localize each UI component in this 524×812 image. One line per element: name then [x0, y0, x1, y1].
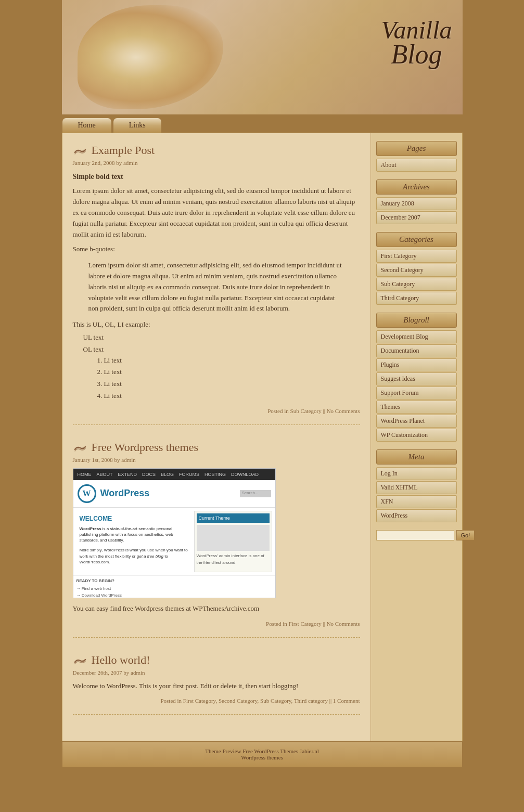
list-item: Li text	[104, 379, 360, 390]
main-wrapper: Example Post January 2nd, 2008 by admin …	[62, 133, 463, 741]
wp-nav-extend: EXTEND	[118, 471, 137, 478]
site-header: Vanilla Blog	[62, 0, 463, 114]
wp-welcome-title: WELCOME	[80, 514, 189, 524]
wp-nav-blog: BLOG	[161, 471, 174, 478]
list-item: Li text	[104, 367, 360, 378]
sidebar-item-plugins[interactable]: Plugins	[376, 358, 457, 371]
wp-link-1: READY TO BEGIN? → Find a web host → Down…	[76, 578, 122, 598]
header-decoration	[78, 5, 223, 109]
post-title-text: Example Post	[92, 144, 155, 157]
site-name-blog: Blog	[381, 39, 452, 70]
post-body-hw: Welcome to WordPress. This is your first…	[73, 681, 360, 692]
post-footer-example: Posted in Sub Category || No Comments	[73, 408, 360, 414]
ol-list: Li text Li text Li text Li text	[104, 355, 360, 402]
post-hello-world: Hello world! December 26th, 2007 by admi…	[73, 653, 360, 715]
wp-link-item: → Find a web host	[76, 586, 122, 592]
sidebar-meta-title: Meta	[376, 449, 457, 465]
wp-nav-about: ABOUT	[97, 471, 113, 478]
nav-links[interactable]: Links	[113, 118, 162, 133]
post-title-text-3: Hello world!	[92, 653, 150, 667]
sidebar-categories-title: Categories	[376, 232, 457, 247]
wp-nav-download: DOWNLOAD	[231, 471, 259, 478]
list-item: Li text	[104, 355, 360, 366]
ol-item-container: OL text Li text Li text Li text Li text	[83, 344, 360, 402]
wp-links: READY TO BEGIN? → Find a web host → Down…	[76, 578, 272, 598]
wp-logo-area: W WordPress Search...	[73, 480, 275, 508]
sidebar-item-second-category[interactable]: Second Category	[376, 264, 457, 277]
site-title: Vanilla Blog	[381, 16, 452, 70]
ul-list: UL text OL text Li text Li text Li text …	[83, 332, 360, 402]
wp-nav-hosting: HOSTING	[205, 471, 226, 478]
sidebar-categories-section: Categories First Category Second Categor…	[376, 232, 457, 305]
sidebar-item-login[interactable]: Log In	[376, 467, 457, 480]
post-icon-3	[73, 656, 87, 664]
post-title-text-2: Free Wordpress themes	[92, 441, 199, 454]
sidebar-item-valid-xhtml[interactable]: Valid XHTML	[376, 481, 457, 494]
wp-themes-area: Current Theme WordPress' admin interface…	[194, 511, 272, 572]
post-bold-label: Simple bold text	[73, 171, 360, 183]
sidebar-item-suggest-ideas[interactable]: Suggest Ideas	[376, 372, 457, 385]
sidebar: Pages About Archives January 2008 Decemb…	[371, 133, 462, 741]
post-footer-text-hw: Posted in First Category, Second Categor…	[160, 698, 360, 704]
sidebar-blogroll-section: Blogroll Development Blog Documentation …	[376, 313, 457, 442]
post-meta-hw: December 26th, 2007 by admin	[73, 669, 360, 676]
post-icon-2	[73, 443, 87, 452]
sidebar-item-wp-planet[interactable]: WordPress Planet	[376, 415, 457, 428]
wp-content-split: WELCOME WordPress is a state-of-the-art …	[73, 508, 275, 575]
main-nav: Home Links	[62, 114, 463, 133]
sidebar-pages-title: Pages	[376, 141, 457, 156]
sidebar-archives-section: Archives January 2008 December 2007	[376, 179, 457, 224]
sidebar-item-about[interactable]: About	[376, 159, 457, 172]
list-item: Li text	[104, 391, 360, 402]
sidebar-archives-title: Archives	[376, 179, 457, 195]
wp-nav-bar: HOME ABOUT EXTEND DOCS BLOG FORUMS HOSTI…	[73, 469, 275, 480]
wp-theme-preview	[197, 525, 270, 551]
post-wordpress-themes: Free Wordpress themes January 1st, 2008 …	[73, 441, 360, 638]
post-title-example: Example Post	[73, 144, 360, 157]
sidebar-item-support-forum[interactable]: Support Forum	[376, 386, 457, 399]
post-body-text-hw: Welcome to WordPress. This is your first…	[73, 681, 360, 692]
main-content: Example Post January 2nd, 2008 by admin …	[62, 133, 371, 741]
post-intro: Lorem ipsum dolor sit amet, consectetur …	[73, 186, 360, 240]
nav-home[interactable]: Home	[62, 118, 112, 133]
wp-current-theme-label: Current Theme	[197, 513, 270, 523]
post-body-wp: HOME ABOUT EXTEND DOCS BLOG FORUMS HOSTI…	[73, 468, 360, 614]
ul-label: This is UL, OL, LI example:	[73, 319, 360, 330]
sidebar-item-dev-blog[interactable]: Development Blog	[376, 330, 457, 343]
wp-nav-docs: DOCS	[142, 471, 156, 478]
wp-logo-text: WordPress	[100, 486, 150, 501]
footer-line2: Wordpress themes	[69, 754, 456, 761]
wp-ready-label: READY TO BEGIN?	[76, 578, 122, 585]
footer-line1: Theme Preview Free WordPress Themes Jahi…	[69, 748, 456, 754]
sidebar-item-documentation[interactable]: Documentation	[376, 344, 457, 357]
sidebar-item-xfn[interactable]: XFN	[376, 495, 457, 508]
sidebar-item-wordpress[interactable]: WordPress	[376, 509, 457, 522]
post-footer-wp: Posted in First Category || No Comments	[73, 621, 360, 627]
ol-label: OL text	[83, 345, 104, 353]
post-footer-hw: Posted in First Category, Second Categor…	[73, 698, 360, 704]
post-title-wp: Free Wordpress themes	[73, 441, 360, 454]
sidebar-item-jan2008[interactable]: January 2008	[376, 197, 457, 210]
post-meta-wp: January 1st, 2008 by admin	[73, 457, 360, 463]
search-button[interactable]: Go!	[456, 530, 475, 540]
sidebar-item-third-category[interactable]: Third Category	[376, 292, 457, 305]
post-title-hw: Hello world!	[73, 653, 360, 667]
sidebar-item-wp-customization[interactable]: WP Customization	[376, 429, 457, 442]
wp-link-items: → Find a web host → Download WordPress →…	[76, 586, 122, 598]
search-input[interactable]	[376, 530, 454, 540]
post-body-text-wp: You can easy find free Wordpress themes …	[73, 603, 360, 614]
search-area: Go!	[376, 530, 457, 540]
sidebar-item-sub-category[interactable]: Sub Category	[376, 278, 457, 291]
blockquote: Lorem ipsum dolor sit amet, consectetur …	[88, 260, 344, 314]
sidebar-meta-section: Meta Log In Valid XHTML XFN WordPress	[376, 449, 457, 522]
wp-links-area: READY TO BEGIN? → Find a web host → Down…	[73, 575, 275, 598]
wordpress-screenshot: HOME ABOUT EXTEND DOCS BLOG FORUMS HOSTI…	[73, 468, 276, 598]
sidebar-item-dec2007[interactable]: December 2007	[376, 211, 457, 224]
sidebar-item-themes[interactable]: Themes	[376, 401, 457, 414]
sidebar-item-first-category[interactable]: First Category	[376, 250, 457, 263]
wp-search-bar: Search...	[240, 490, 271, 497]
post-body-example: Simple bold text Lorem ipsum dolor sit a…	[73, 171, 360, 402]
wp-nav-forums: FORUMS	[179, 471, 199, 478]
sidebar-blogroll-title: Blogroll	[376, 313, 457, 328]
ul-item: UL text	[83, 332, 360, 343]
